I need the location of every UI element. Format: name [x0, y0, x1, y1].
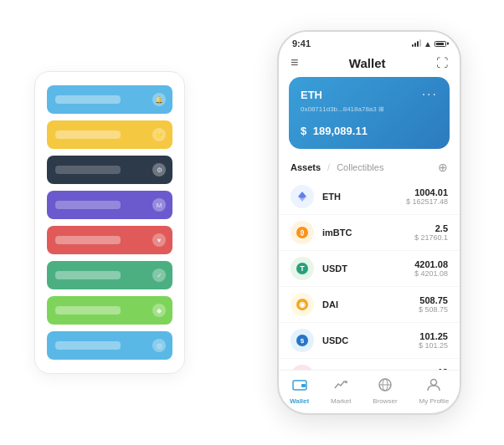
card-bar-5 [55, 236, 121, 244]
card-row-6[interactable]: ✓ [47, 261, 172, 289]
usdt-amounts: 4201.08 $ 4201.08 [414, 259, 448, 278]
status-time: 9:41 [292, 38, 311, 49]
svg-rect-13 [301, 384, 306, 387]
browser-nav-label: Browser [373, 397, 397, 405]
scene: 🔔 ⭐ ⚙ M ♥ ✓ ◆ ◎ [18, 18, 486, 427]
market-nav-icon [333, 377, 348, 396]
svg-point-17 [431, 380, 437, 386]
imbtc-icon: ₿ [291, 221, 314, 244]
page-title: Wallet [349, 56, 386, 70]
battery-icon [435, 41, 446, 47]
usdt-icon: T [291, 257, 314, 280]
usdc-amount: 101.25 [419, 331, 448, 341]
card-bar-7 [55, 306, 121, 315]
eth-usd: $ 162517.48 [406, 197, 448, 206]
add-asset-button[interactable]: ⊕ [438, 161, 448, 174]
bottom-nav: Wallet Market Browser My Profile [279, 370, 460, 413]
nav-profile[interactable]: My Profile [419, 377, 450, 405]
usdc-usd: $ 101.25 [419, 341, 448, 350]
card-bar-4 [55, 201, 121, 209]
card-bar-6 [55, 271, 121, 279]
imbtc-name: imBTC [322, 228, 406, 238]
asset-item-dai[interactable]: ◉ DAI 508.75 $ 508.75 [279, 287, 460, 323]
eth-amounts: 1004.01 $ 162517.48 [406, 187, 448, 206]
eth-card-amount: $ 189,089.11 [301, 120, 438, 139]
assets-tabs: Assets / Collectibles [291, 162, 383, 172]
card-bar-2 [55, 130, 121, 139]
status-icons: ▲ [412, 39, 446, 49]
nav-market[interactable]: Market [331, 377, 351, 405]
phone-header: ≡ Wallet ⛶ [279, 52, 460, 77]
dai-icon: ◉ [291, 293, 314, 316]
eth-card-address: 0x08711d3b...8418a78a3 ⊞ [301, 105, 438, 113]
dai-amount: 508.75 [419, 295, 448, 305]
tab-divider: / [327, 162, 330, 172]
browser-nav-icon [378, 377, 393, 396]
assets-header: Assets / Collectibles ⊕ [279, 157, 460, 179]
asset-item-imbtc[interactable]: ₿ imBTC 2.5 $ 21760.1 [279, 215, 460, 251]
usdc-amounts: 101.25 $ 101.25 [419, 331, 448, 350]
eth-amount: 1004.01 [406, 187, 448, 197]
tab-assets[interactable]: Assets [291, 162, 321, 172]
asset-item-usdt[interactable]: T USDT 4201.08 $ 4201.08 [279, 251, 460, 287]
card-icon-8: ◎ [152, 339, 166, 352]
card-bar-8 [55, 341, 121, 350]
card-bar-1 [55, 95, 121, 104]
status-bar: 9:41 ▲ [279, 32, 460, 52]
usdt-usd: $ 4201.08 [414, 269, 448, 278]
card-row-4[interactable]: M [47, 191, 172, 219]
card-stack: 🔔 ⭐ ⚙ M ♥ ✓ ◆ ◎ [34, 71, 185, 374]
market-nav-label: Market [331, 397, 351, 405]
menu-button[interactable]: ≡ [291, 55, 298, 70]
dai-amounts: 508.75 $ 508.75 [419, 295, 448, 314]
card-row-5[interactable]: ♥ [47, 226, 172, 254]
card-row-3[interactable]: ⚙ [47, 156, 172, 184]
wallet-nav-label: Wallet [290, 397, 309, 405]
signal-icon [412, 40, 421, 47]
asset-item-usdc[interactable]: $ USDC 101.25 $ 101.25 [279, 323, 460, 359]
usdt-amount: 4201.08 [414, 259, 448, 269]
profile-nav-icon [426, 377, 441, 396]
wifi-icon: ▲ [424, 39, 432, 49]
imbtc-amounts: 2.5 $ 21760.1 [414, 223, 448, 242]
card-icon-4: M [152, 198, 166, 212]
wallet-nav-icon [292, 377, 307, 396]
eth-card-menu[interactable]: ··· [422, 87, 438, 102]
card-icon-3: ⚙ [152, 163, 166, 176]
phone: 9:41 ▲ ≡ Wallet ⛶ ETH ··· [277, 30, 461, 415]
usdt-name: USDT [322, 263, 406, 274]
imbtc-amount: 2.5 [414, 223, 448, 233]
imbtc-usd: $ 21760.1 [414, 233, 448, 242]
eth-card[interactable]: ETH ··· 0x08711d3b...8418a78a3 ⊞ $ 189,0… [289, 77, 450, 149]
dai-name: DAI [322, 299, 410, 309]
card-icon-6: ✓ [152, 269, 166, 282]
card-row-8[interactable]: ◎ [47, 331, 172, 360]
eth-card-name: ETH [301, 89, 322, 101]
scan-button[interactable]: ⛶ [436, 56, 448, 69]
usdc-name: USDC [322, 335, 410, 345]
card-row-1[interactable]: 🔔 [47, 85, 172, 114]
card-icon-1: 🔔 [152, 93, 166, 106]
eth-card-header: ETH ··· [301, 87, 438, 102]
profile-nav-label: My Profile [419, 397, 450, 405]
asset-list: ETH 1004.01 $ 162517.48 ₿ imBTC 2.5 $ 21… [279, 179, 460, 370]
card-icon-5: ♥ [152, 233, 166, 247]
card-bar-3 [55, 166, 121, 174]
svg-text:$: $ [301, 337, 305, 345]
tab-collectibles[interactable]: Collectibles [337, 162, 383, 172]
usdc-icon: $ [291, 329, 314, 352]
card-icon-7: ◆ [152, 304, 166, 317]
svg-text:◉: ◉ [299, 300, 306, 309]
card-icon-2: ⭐ [152, 128, 166, 141]
card-row-7[interactable]: ◆ [47, 296, 172, 325]
asset-item-tft[interactable]: ♦ TFT 13 0 [279, 359, 460, 370]
svg-text:T: T [300, 264, 305, 273]
nav-browser[interactable]: Browser [373, 377, 397, 405]
eth-icon [291, 185, 314, 208]
nav-wallet[interactable]: Wallet [290, 377, 309, 405]
asset-item-eth[interactable]: ETH 1004.01 $ 162517.48 [279, 179, 460, 215]
dai-usd: $ 508.75 [419, 305, 448, 314]
eth-name: ETH [322, 192, 398, 202]
card-row-2[interactable]: ⭐ [47, 120, 172, 149]
